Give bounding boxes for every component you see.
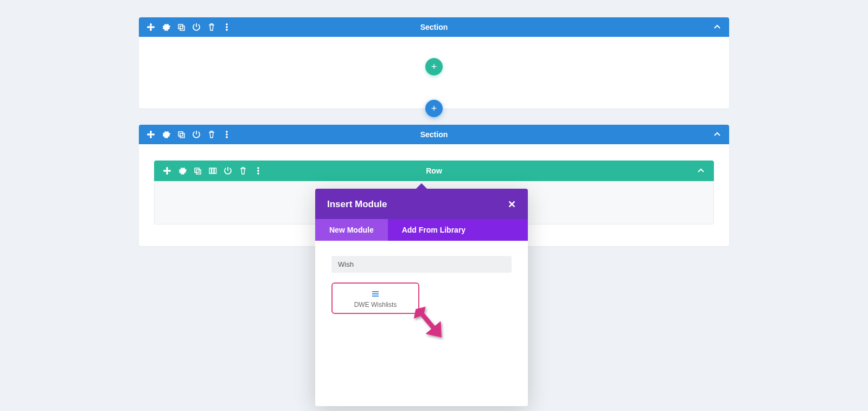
svg-rect-1	[180, 26, 184, 30]
row-header: Row	[154, 160, 714, 181]
svg-point-9	[226, 137, 228, 138]
svg-rect-13	[212, 168, 214, 174]
svg-rect-12	[209, 168, 212, 174]
more-icon[interactable]	[254, 166, 263, 175]
section-title: Section	[420, 23, 448, 31]
move-icon[interactable]	[146, 130, 155, 139]
modal-tabs: New Module Add From Library	[315, 219, 528, 241]
gear-icon[interactable]	[162, 23, 170, 31]
tab-add-from-library[interactable]: Add From Library	[388, 219, 480, 241]
svg-rect-14	[214, 168, 216, 174]
module-results: DWE Wishlists	[331, 282, 512, 314]
insert-module-modal: Insert Module ✕ New Module Add From Libr…	[315, 189, 528, 406]
section-title: Section	[420, 130, 448, 139]
modal-arrow-icon	[415, 183, 428, 190]
add-section-button[interactable]: +	[425, 100, 443, 117]
tab-new-module[interactable]: New Module	[315, 219, 388, 241]
plus-icon: +	[431, 62, 437, 72]
move-icon[interactable]	[146, 23, 155, 31]
list-icon	[372, 289, 379, 299]
svg-rect-11	[196, 170, 201, 174]
svg-point-3	[226, 27, 228, 28]
columns-icon[interactable]	[208, 166, 217, 175]
plus-icon: +	[431, 104, 437, 113]
trash-icon[interactable]	[207, 130, 216, 139]
section-1: Section + +	[139, 17, 729, 108]
section-body: +	[139, 37, 729, 108]
duplicate-icon[interactable]	[177, 130, 186, 139]
gear-icon[interactable]	[162, 130, 170, 139]
svg-rect-10	[195, 168, 199, 172]
row-toolbar	[154, 166, 263, 175]
trash-icon[interactable]	[239, 166, 247, 175]
svg-rect-0	[178, 24, 183, 29]
module-dwe-wishlists[interactable]: DWE Wishlists	[331, 282, 419, 314]
add-row-button[interactable]: +	[425, 58, 443, 75]
section-toolbar	[139, 130, 231, 139]
section-header: Section	[139, 125, 729, 144]
module-search-input[interactable]	[331, 256, 512, 273]
power-icon[interactable]	[224, 166, 232, 175]
row-title: Row	[426, 166, 442, 175]
chevron-up-icon[interactable]	[697, 166, 705, 175]
gear-icon[interactable]	[178, 166, 187, 175]
svg-point-8	[226, 134, 228, 136]
chevron-up-icon[interactable]	[713, 23, 722, 31]
duplicate-icon[interactable]	[193, 166, 202, 175]
svg-point-16	[258, 170, 259, 172]
trash-icon[interactable]	[207, 23, 216, 31]
close-icon[interactable]: ✕	[508, 198, 516, 210]
svg-rect-5	[178, 132, 183, 136]
power-icon[interactable]	[192, 23, 201, 31]
move-icon[interactable]	[163, 166, 171, 175]
svg-rect-6	[180, 133, 184, 138]
section-header: Section	[139, 17, 729, 37]
svg-point-17	[258, 173, 259, 175]
modal-title: Insert Module	[327, 199, 387, 210]
svg-point-7	[226, 131, 228, 133]
power-icon[interactable]	[192, 130, 201, 139]
svg-point-4	[226, 29, 228, 31]
chevron-up-icon[interactable]	[713, 130, 722, 139]
module-label: DWE Wishlists	[354, 301, 397, 309]
more-icon[interactable]	[222, 130, 231, 139]
modal-body: DWE Wishlists	[315, 241, 528, 406]
more-icon[interactable]	[222, 23, 231, 31]
modal-header: Insert Module ✕	[315, 189, 528, 219]
svg-point-2	[226, 24, 228, 25]
duplicate-icon[interactable]	[177, 23, 186, 31]
section-toolbar	[139, 23, 231, 31]
svg-point-15	[258, 168, 259, 169]
